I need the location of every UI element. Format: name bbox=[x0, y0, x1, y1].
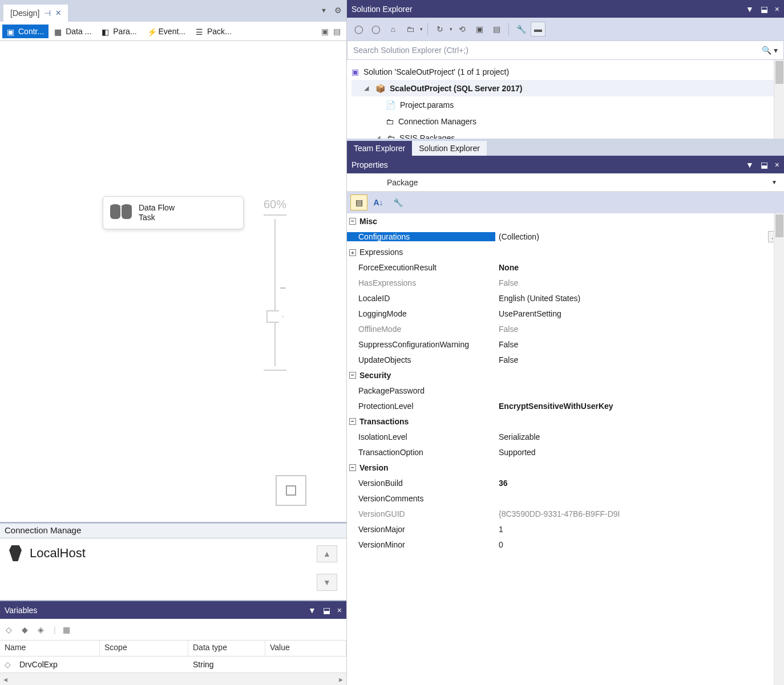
connection-managers-header: Connection Manage bbox=[0, 523, 346, 538]
add-variable-icon[interactable]: ◇ bbox=[6, 625, 15, 634]
property-pages-icon[interactable]: 🔧 bbox=[389, 194, 406, 210]
scrollbar-thumb[interactable] bbox=[775, 61, 783, 84]
pin-icon[interactable]: ⬓ bbox=[761, 160, 768, 169]
designer-canvas[interactable]: → Data Flow Task 60% bbox=[0, 41, 346, 523]
close-icon[interactable]: × bbox=[337, 606, 342, 615]
project-node[interactable]: ◢📦ScaleOutProject (SQL Server 2017) bbox=[351, 80, 782, 96]
prop-protection-level[interactable]: ProtectionLevelEncryptSensitiveWithUserK… bbox=[347, 398, 784, 414]
tab-data-flow[interactable]: ▦Data ... bbox=[50, 25, 96, 38]
cell-type[interactable]: String bbox=[188, 658, 265, 671]
scrollbar-thumb[interactable] bbox=[775, 214, 783, 237]
col-value[interactable]: Value bbox=[265, 641, 346, 656]
params-node[interactable]: 📄Project.params bbox=[351, 96, 782, 113]
dropdown-icon[interactable]: ▼ bbox=[771, 179, 777, 185]
fit-to-screen-button[interactable] bbox=[276, 475, 306, 506]
tab-dropdown-icon[interactable]: ▼ bbox=[321, 7, 327, 14]
connection-item[interactable]: LocalHost bbox=[9, 545, 86, 561]
search-icon[interactable]: 🔍 ▾ bbox=[762, 46, 778, 55]
event-icon: ⚡ bbox=[147, 27, 155, 35]
show-all-icon[interactable]: ▤ bbox=[489, 22, 504, 37]
expand-icon[interactable]: ▤ bbox=[333, 27, 341, 36]
prop-transaction-option[interactable]: TransactionOptionSupported bbox=[347, 444, 784, 460]
gear-icon[interactable]: ⚙ bbox=[334, 6, 342, 15]
zoom-slider[interactable]: 60% bbox=[255, 198, 295, 371]
alphabetical-button[interactable]: A↓ bbox=[370, 194, 387, 210]
prop-logging-mode[interactable]: LoggingModeUseParentSetting bbox=[347, 306, 784, 321]
prop-isolation-level[interactable]: IsolationLevelSerializable bbox=[347, 429, 784, 444]
refresh-icon[interactable]: ⟲ bbox=[455, 22, 470, 37]
cell-scope[interactable] bbox=[100, 662, 188, 667]
tab-solution-explorer[interactable]: Solution Explorer bbox=[412, 141, 487, 156]
task-label: Data Flow Task bbox=[139, 203, 175, 222]
tab-event-handlers[interactable]: ⚡Event... bbox=[143, 25, 190, 38]
prop-force-execution-result[interactable]: ForceExecutionResultNone bbox=[347, 260, 784, 275]
category-version[interactable]: −Version bbox=[347, 460, 784, 475]
prop-locale-id[interactable]: LocaleIDEnglish (United States) bbox=[347, 290, 784, 306]
history-icon[interactable]: ↻ bbox=[433, 22, 447, 37]
collapse-icon[interactable]: ▣ bbox=[472, 22, 487, 37]
close-icon[interactable]: × bbox=[775, 5, 779, 14]
connection-name: LocalHost bbox=[30, 546, 86, 561]
table-row[interactable]: ◇ DrvColExp String bbox=[0, 656, 346, 672]
back-button[interactable]: ◯ bbox=[351, 22, 366, 37]
prop-version-build[interactable]: VersionBuild36 bbox=[347, 475, 784, 491]
tab-parameters[interactable]: ◧Para... bbox=[97, 25, 141, 38]
delete-variable-icon[interactable]: ◆ bbox=[22, 625, 31, 634]
category-security[interactable]: −Security bbox=[347, 367, 784, 383]
category-misc[interactable]: −Misc bbox=[347, 213, 784, 229]
prop-configurations[interactable]: Configurations(Collection)... bbox=[347, 229, 784, 244]
prop-version-comments[interactable]: VersionComments bbox=[347, 491, 784, 506]
solution-node[interactable]: ▣Solution 'ScaleOutProject' (1 of 1 proj… bbox=[351, 63, 782, 80]
dropdown-icon[interactable]: ▼ bbox=[746, 160, 754, 169]
close-icon[interactable]: × bbox=[55, 7, 61, 19]
close-icon[interactable]: × bbox=[775, 160, 779, 169]
prop-package-password[interactable]: PackagePassword bbox=[347, 383, 784, 398]
zoom-thumb[interactable] bbox=[266, 310, 284, 323]
prop-update-objects[interactable]: UpdateObjectsFalse bbox=[347, 352, 784, 367]
pin-icon[interactable]: ⬓ bbox=[761, 5, 768, 14]
horizontal-scrollbar[interactable]: ◂▸ bbox=[0, 672, 346, 685]
prop-version-major[interactable]: VersionMajor1 bbox=[347, 521, 784, 537]
move-variable-icon[interactable]: ◈ bbox=[38, 625, 47, 634]
scroll-down-button[interactable]: ▼ bbox=[317, 574, 337, 591]
cube-icon[interactable]: ▣ bbox=[321, 27, 329, 36]
cell-name[interactable]: DrvColExp bbox=[15, 658, 100, 671]
prop-has-expressions[interactable]: HasExpressionsFalse bbox=[347, 275, 784, 290]
design-tab[interactable]: [Design] ⊣ × bbox=[3, 5, 68, 22]
category-transactions[interactable]: −Transactions bbox=[347, 414, 784, 429]
collapse-icon[interactable]: ◢ bbox=[375, 134, 382, 139]
collapse-icon[interactable]: ◢ bbox=[364, 84, 371, 92]
prop-version-guid[interactable]: VersionGUID{8C3590DD-9331-47B6-B9FF-D9I bbox=[347, 506, 784, 521]
home-icon[interactable]: ⌂ bbox=[386, 22, 401, 37]
col-name[interactable]: Name bbox=[0, 641, 100, 656]
prop-version-minor[interactable]: VersionMinor0 bbox=[347, 537, 784, 552]
scrollbar[interactable] bbox=[774, 60, 784, 139]
se-search[interactable]: Search Solution Explorer (Ctrl+;) 🔍 ▾ bbox=[347, 40, 784, 60]
properties-icon[interactable]: 🔧 bbox=[514, 22, 528, 37]
dropdown-icon[interactable]: ▼ bbox=[746, 5, 754, 14]
scroll-up-button[interactable]: ▲ bbox=[317, 545, 337, 562]
scrollbar[interactable] bbox=[774, 213, 784, 685]
cell-value[interactable] bbox=[265, 662, 346, 667]
tab-team-explorer[interactable]: Team Explorer bbox=[347, 141, 412, 156]
prop-offline-mode[interactable]: OfflineModeFalse bbox=[347, 321, 784, 337]
data-flow-task[interactable]: → Data Flow Task bbox=[103, 196, 244, 229]
properties-object-selector[interactable]: Package ▼ bbox=[347, 173, 784, 192]
forward-button[interactable]: ◯ bbox=[369, 22, 383, 37]
conn-managers-node[interactable]: 🗀Connection Managers bbox=[351, 113, 782, 129]
pin-icon[interactable]: ⬓ bbox=[323, 606, 330, 615]
sync-icon[interactable]: 🗀 bbox=[403, 22, 418, 37]
prop-expressions[interactable]: +Expressions bbox=[347, 244, 784, 260]
pin-icon[interactable]: ⊣ bbox=[44, 9, 51, 18]
dropdown-icon[interactable]: ▼ bbox=[308, 606, 316, 615]
categorized-button[interactable]: ▤ bbox=[350, 194, 367, 210]
packages-node[interactable]: ◢🗀SSIS Packages bbox=[351, 129, 782, 139]
col-scope[interactable]: Scope bbox=[100, 641, 188, 656]
zoom-tick bbox=[280, 287, 286, 289]
prop-suppress-config-warning[interactable]: SuppressConfigurationWarningFalse bbox=[347, 337, 784, 352]
preview-icon[interactable]: ▬ bbox=[531, 22, 545, 37]
tab-package-explorer[interactable]: ☰Pack... bbox=[191, 25, 236, 38]
col-type[interactable]: Data type bbox=[188, 641, 265, 656]
grid-options-icon[interactable]: ▦ bbox=[63, 625, 72, 634]
tab-control-flow[interactable]: ▣Contr... bbox=[2, 25, 49, 38]
